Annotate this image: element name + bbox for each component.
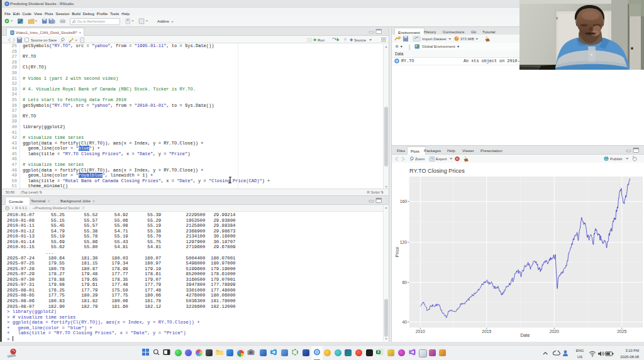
svg-text:Export: Export [436,157,447,161]
svg-text:2025: 2025 [617,329,626,334]
svg-text:2010: 2010 [416,329,425,334]
svg-text:373 MiB: 373 MiB [460,37,474,41]
svg-text:80: 80 [402,280,407,285]
svg-text:RY.TO Closing Prices: RY.TO Closing Prices [409,168,465,174]
svg-text:Source: Source [354,38,367,42]
svg-text:Publish: Publish [610,157,623,161]
svg-text:40: 40 [402,320,407,324]
svg-text:2020: 2020 [550,329,559,334]
svg-text:Run: Run [318,38,325,42]
svg-text:R: R [11,31,14,35]
svg-text:Date: Date [520,332,530,338]
svg-text:120: 120 [400,240,408,244]
svg-text:Source on Save: Source on Save [31,38,57,42]
svg-text:R: R [316,351,318,354]
svg-text:2015: 2015 [482,329,491,334]
svg-text:R: R [6,206,9,210]
svg-text:Price: Price [394,247,400,257]
svg-text:Zoom: Zoom [415,157,425,161]
svg-text:R: R [6,2,9,6]
svg-text:160: 160 [400,199,408,204]
svg-text:Import Dataset: Import Dataset [422,37,447,41]
svg-text:X: X [377,350,380,354]
